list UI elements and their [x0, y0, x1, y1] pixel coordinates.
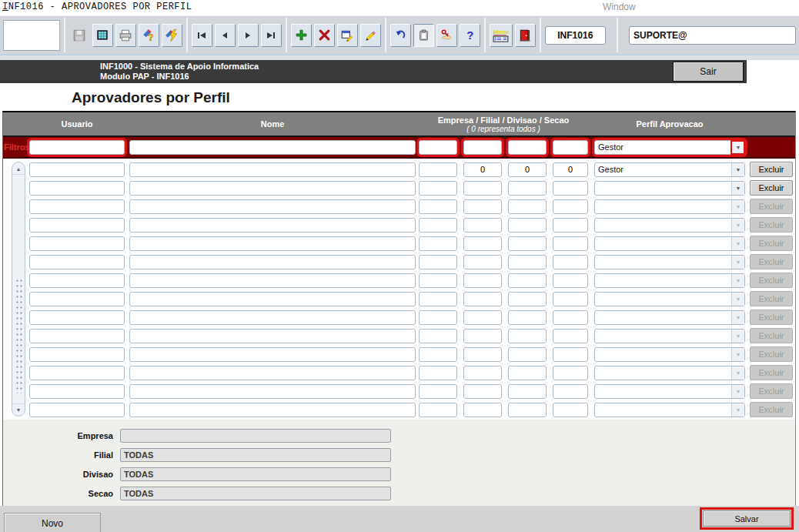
divisao-input[interactable] [508, 181, 547, 196]
filial-input[interactable] [463, 384, 502, 399]
usuario-input[interactable] [29, 347, 125, 362]
divisao-input[interactable] [508, 403, 547, 417]
divisao-input[interactable] [508, 310, 547, 325]
divisao-input[interactable] [508, 347, 547, 362]
user-field[interactable] [629, 26, 796, 45]
excluir-button[interactable]: Excluir [750, 162, 793, 177]
empresa-input[interactable] [419, 329, 457, 343]
usuario-input[interactable] [29, 273, 125, 288]
filter-usuario-input[interactable] [29, 140, 125, 155]
filter-divisao-input[interactable] [508, 140, 547, 155]
secao-input[interactable] [553, 255, 588, 269]
empresa-input[interactable] [419, 162, 457, 177]
nome-input[interactable] [129, 403, 416, 417]
perfil-dropdown[interactable]: Gestor ▼ [594, 162, 745, 177]
secao-input[interactable] [553, 384, 588, 399]
empresa-input[interactable] [419, 403, 457, 417]
print-button[interactable] [115, 24, 136, 47]
nome-input[interactable] [129, 347, 416, 362]
nome-input[interactable] [129, 199, 416, 214]
filial-input[interactable] [463, 366, 502, 380]
secao-input[interactable] [553, 310, 588, 325]
scroll-up-icon[interactable]: ▲ [13, 163, 24, 175]
clipboard-button[interactable] [413, 24, 434, 47]
novo-button[interactable]: Novo [4, 513, 101, 532]
filial-input[interactable] [463, 181, 502, 196]
filial-input[interactable] [463, 329, 502, 343]
divisao-input[interactable] [508, 273, 547, 288]
empresa-input[interactable] [419, 255, 457, 269]
next-record-button[interactable] [238, 24, 259, 47]
nome-input[interactable] [129, 310, 416, 325]
divisao-input[interactable] [508, 162, 547, 177]
nome-input[interactable] [129, 255, 416, 269]
divisao-input[interactable] [508, 255, 547, 269]
vertical-scrollbar[interactable]: ▲ ▼ [12, 162, 25, 417]
secao-input[interactable] [553, 366, 588, 380]
insert-record-button[interactable] [291, 24, 312, 47]
usuario-input[interactable] [29, 255, 125, 269]
keys-button[interactable] [436, 24, 457, 47]
divisao-input[interactable] [508, 199, 547, 214]
usuario-input[interactable] [29, 329, 125, 343]
divisao-input[interactable] [508, 292, 547, 306]
nome-input[interactable] [129, 273, 416, 288]
usuario-input[interactable] [29, 218, 125, 233]
screen-button[interactable] [92, 24, 113, 47]
delete-record-button[interactable] [314, 24, 335, 47]
empresa-input[interactable] [419, 273, 457, 288]
filial-input[interactable] [463, 403, 502, 417]
secao-input[interactable] [553, 273, 588, 288]
perfil-dropdown[interactable]: ▼ [594, 181, 745, 196]
filter-secao-input[interactable] [553, 140, 588, 155]
divisao-input[interactable] [508, 366, 547, 380]
excluir-button[interactable]: Excluir [750, 180, 793, 196]
previous-record-button[interactable] [215, 24, 236, 47]
nome-input[interactable] [129, 366, 416, 380]
menu-button[interactable]: Menu [490, 24, 513, 47]
filial-input[interactable] [463, 292, 502, 306]
empresa-input[interactable] [419, 292, 457, 306]
nome-input[interactable] [129, 236, 416, 251]
filter-perfil-dropdown[interactable]: Gestor ▼ [594, 140, 745, 155]
usuario-input[interactable] [29, 292, 125, 306]
undo-button[interactable] [390, 24, 411, 47]
nome-input[interactable] [129, 384, 416, 399]
filter-nome-input[interactable] [129, 140, 416, 155]
secao-input[interactable] [553, 199, 588, 214]
usuario-input[interactable] [29, 384, 125, 399]
filter-filial-input[interactable] [463, 140, 502, 155]
filial-input[interactable] [463, 310, 502, 325]
divisao-input[interactable] [508, 218, 547, 233]
empresa-input[interactable] [419, 347, 457, 362]
nome-input[interactable] [129, 218, 416, 233]
secao-input[interactable] [553, 218, 588, 233]
empresa-input[interactable] [419, 181, 457, 196]
edit-record-button[interactable] [337, 24, 358, 47]
last-record-button[interactable] [261, 24, 282, 47]
filial-input[interactable] [463, 218, 502, 233]
usuario-input[interactable] [29, 366, 125, 380]
filial-input[interactable] [463, 273, 502, 288]
filial-input[interactable] [463, 255, 502, 269]
usuario-input[interactable] [29, 403, 125, 417]
help-button[interactable]: ? [460, 24, 480, 47]
usuario-input[interactable] [29, 181, 125, 196]
filial-input[interactable] [463, 162, 502, 177]
exit-button[interactable] [515, 24, 536, 47]
secao-input[interactable] [553, 403, 588, 417]
filial-input[interactable] [463, 199, 502, 214]
salvar-button[interactable]: Salvar [703, 510, 791, 527]
menu-item-window[interactable]: Window [603, 2, 636, 12]
enter-query-button[interactable]: ? [139, 24, 159, 47]
filial-input[interactable] [463, 236, 502, 251]
usuario-input[interactable] [29, 310, 125, 325]
nome-input[interactable] [129, 292, 416, 306]
secao-input[interactable] [553, 236, 588, 251]
divisao-input[interactable] [508, 329, 547, 343]
usuario-input[interactable] [29, 162, 125, 177]
secao-input[interactable] [553, 329, 588, 343]
nome-input[interactable] [129, 181, 416, 196]
divisao-input[interactable] [508, 384, 547, 399]
nome-input[interactable] [129, 329, 416, 343]
